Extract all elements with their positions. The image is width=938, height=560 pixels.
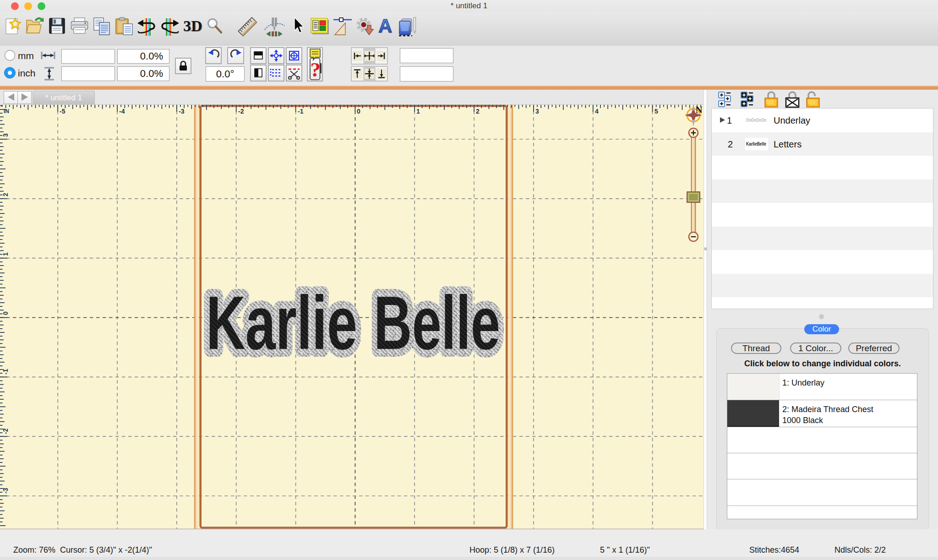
svg-text:5: 5 <box>654 108 658 115</box>
svg-text:0: 0 <box>357 108 360 115</box>
svg-text:N: N <box>696 104 703 115</box>
svg-text:4: 4 <box>595 108 599 115</box>
svg-text:2: 2 <box>476 108 480 115</box>
svg-text:-1: -1 <box>298 108 304 115</box>
svg-text:3D: 3D <box>183 17 202 34</box>
svg-text:-5: -5 <box>60 108 65 115</box>
svg-text:KarlieBelle: KarlieBelle <box>746 141 766 147</box>
svg-text:0: 0 <box>2 311 9 315</box>
svg-text:3: 3 <box>2 133 9 137</box>
svg-text:-3: -3 <box>179 108 185 115</box>
svg-text:inch: inch <box>18 68 36 78</box>
svg-text:1: 1 <box>416 108 420 115</box>
svg-text:mm: mm <box>18 50 34 61</box>
svg-text:3: 3 <box>535 108 539 115</box>
svg-text:?: ? <box>311 58 321 81</box>
svg-text:-2: -2 <box>238 108 244 115</box>
svg-text:Belle: Belle <box>374 281 500 365</box>
svg-text:IN: IN <box>4 108 9 114</box>
svg-text:2: 2 <box>2 193 9 196</box>
svg-text:-2: -2 <box>2 428 9 434</box>
svg-text:-4: -4 <box>119 108 125 115</box>
svg-text:A: A <box>378 15 392 37</box>
svg-text:-3: -3 <box>2 488 9 494</box>
svg-text:Karlie: Karlie <box>206 281 357 365</box>
svg-text:-1: -1 <box>2 369 9 375</box>
svg-text:1: 1 <box>2 252 9 256</box>
svg-text:OnOnOnOn: OnOnOnOn <box>746 117 766 123</box>
